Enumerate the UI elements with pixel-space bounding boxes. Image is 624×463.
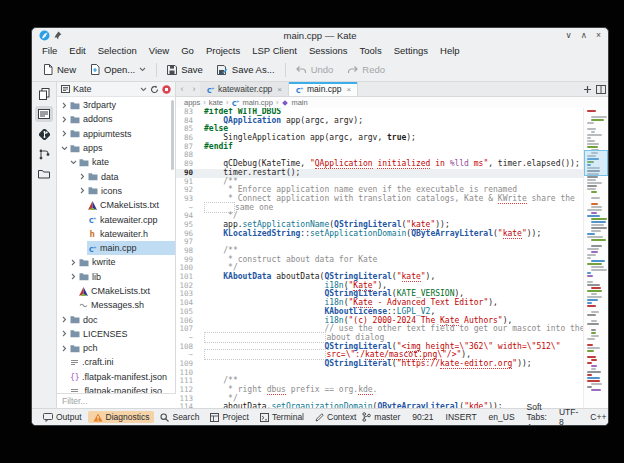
tree-item-craft-ini[interactable]: .craft.ini	[57, 355, 175, 369]
close-project-icon[interactable]	[162, 85, 171, 94]
menu-projects[interactable]: Projects	[200, 45, 246, 56]
menu-tools[interactable]: Tools	[354, 45, 388, 56]
tree-item-main-cpp[interactable]: c+main.cpp	[57, 241, 175, 255]
tree-item-doc[interactable]: doc	[57, 312, 175, 326]
save-as-button[interactable]: Save As...	[210, 62, 282, 77]
expander[interactable]	[60, 316, 69, 323]
tree-item-messages-sh[interactable]: Messages.sh	[57, 298, 175, 312]
statusbar-terminal-button[interactable]: Terminal	[255, 411, 309, 423]
tab-history-back-button[interactable]: ‹	[176, 82, 188, 96]
tree-item-appiumtests[interactable]: appiumtests	[57, 127, 175, 141]
statusbar-project-button[interactable]: Project	[205, 411, 253, 423]
menu-edit[interactable]: Edit	[63, 45, 91, 56]
menu-file[interactable]: File	[36, 45, 63, 56]
tree-item-icons[interactable]: icons	[57, 184, 175, 198]
tab-main-cpp[interactable]: c+main.cpp×	[289, 82, 358, 96]
expander[interactable]	[78, 187, 87, 194]
statusbar-input-mode[interactable]: INSERT	[446, 412, 477, 422]
tree-item-katewaiter-cpp[interactable]: c+katewaiter.cpp	[57, 212, 175, 226]
symbols-sidebar-button[interactable]	[35, 146, 53, 162]
tree-item-cmakelists-txt[interactable]: CMakeLists.txt	[57, 284, 175, 298]
split-view-button[interactable]	[594, 82, 608, 96]
reload-project-icon[interactable]	[150, 85, 159, 94]
minimize-button[interactable]: ∨	[566, 28, 572, 43]
statusbar-diagnostics-button[interactable]: Diagnostics	[88, 411, 155, 423]
code-token: * Connect application with translation c…	[204, 194, 498, 203]
expander[interactable]	[60, 116, 69, 123]
tree-item-pch[interactable]: pch	[57, 341, 175, 355]
statusbar-label: Diagnostics	[106, 412, 150, 422]
menu-sessions[interactable]: Sessions	[303, 45, 354, 56]
expander[interactable]	[69, 273, 78, 280]
breadcrumb-main-cpp[interactable]: c+main.cpp	[231, 98, 272, 107]
filter-input[interactable]	[57, 394, 178, 408]
new-button[interactable]: New	[36, 62, 83, 77]
expander[interactable]	[60, 345, 69, 352]
code-line[interactable]: 87#endif	[176, 143, 583, 152]
close-button[interactable]: ×	[596, 28, 601, 43]
minimap-scrollbar[interactable]	[583, 108, 608, 408]
breadcrumb-main[interactable]: main	[281, 98, 307, 107]
tree-item-cmakelists-txt[interactable]: CMakeLists.txt	[57, 198, 175, 212]
title-bar[interactable]: main.cpp — Kate ∨ ∧ ×	[32, 28, 608, 43]
expander[interactable]	[60, 330, 69, 337]
redo-button[interactable]: Redo	[340, 62, 392, 77]
filesystem-sidebar-button[interactable]	[35, 166, 53, 182]
code-line[interactable]: 109 QStringLiteral("https://kate-editor.…	[176, 360, 583, 369]
projects-sidebar-button[interactable]	[35, 106, 53, 122]
statusbar-search-button[interactable]: Search	[155, 411, 204, 423]
statusbar-git-branch[interactable]: master	[362, 412, 400, 422]
tree-item-3rdparty[interactable]: 3rdparty	[57, 98, 175, 112]
code-line[interactable]: 86 SingleApplication app(argc, argv, tru…	[176, 134, 583, 143]
expander[interactable]	[69, 160, 78, 165]
tree-item-licenses[interactable]: LICENSES	[57, 327, 175, 341]
statusbar-context-button[interactable]: Context	[310, 411, 361, 423]
menu-lsp-client[interactable]: LSP Client	[246, 45, 303, 56]
tree-item-apps[interactable]: apps	[57, 141, 175, 155]
tree-item-lib[interactable]: lib	[57, 270, 175, 284]
git-sidebar-button[interactable]	[35, 126, 53, 142]
expander[interactable]	[78, 173, 87, 180]
project-selector-chevron-icon[interactable]	[140, 87, 147, 92]
tree-item-kwrite[interactable]: kwrite	[57, 255, 175, 269]
expander[interactable]	[60, 102, 69, 109]
breadcrumb-apps[interactable]: apps	[184, 98, 200, 107]
maximize-button[interactable]: ∧	[581, 28, 587, 43]
undo-button[interactable]: Undo	[289, 62, 341, 77]
code-line[interactable]: 114 aboutData.setOrganizationDomain(QByt…	[176, 403, 583, 408]
new-tab-button[interactable]	[580, 82, 594, 96]
menu-selection[interactable]: Selection	[92, 45, 143, 56]
tree-scrollbar[interactable]	[171, 100, 174, 170]
expander[interactable]	[60, 130, 69, 137]
documents-sidebar-button[interactable]	[35, 86, 53, 102]
code-line[interactable]: 96 KLocalizedString::setApplicationDomai…	[176, 230, 583, 239]
tab-katewaiter-cpp[interactable]: c+katewaiter.cpp×	[200, 82, 289, 96]
tree-item-flatpak-manifest-jso[interactable]: .flatpak-manifest.jso	[57, 384, 175, 393]
tree-item-data[interactable]: data	[57, 169, 175, 183]
statusbar-cursor-position[interactable]: 90:21	[412, 412, 433, 422]
minimap-viewport[interactable]	[584, 150, 608, 176]
tree-item-kate[interactable]: kate	[57, 155, 175, 169]
breadcrumb-kate[interactable]: kate	[209, 98, 223, 107]
tab-history-forward-button[interactable]: ›	[188, 82, 200, 96]
close-tab-icon[interactable]: ×	[347, 85, 352, 94]
open-button[interactable]: Open...	[83, 62, 153, 77]
expander[interactable]	[69, 259, 78, 266]
statusbar-dictionary[interactable]: en_US	[489, 412, 515, 422]
code-editor[interactable]: 83#ifdef WITH_DBUS84 QApplication app(ar…	[176, 108, 608, 408]
statusbar-output-button[interactable]: Output	[38, 411, 87, 423]
expander[interactable]	[60, 146, 69, 151]
tree-item-katewaiter-h[interactable]: hkatewaiter.h	[57, 227, 175, 241]
statusbar-encoding[interactable]: UTF-8	[559, 407, 578, 426]
save-button[interactable]: Save	[160, 62, 210, 77]
menu-view[interactable]: View	[143, 45, 175, 56]
close-tab-icon[interactable]: ×	[277, 85, 282, 94]
tree-item-addons[interactable]: addons	[57, 112, 175, 126]
code-token: src=\":/	[326, 350, 365, 359]
menu-settings[interactable]: Settings	[388, 45, 434, 56]
statusbar-highlighting-mode[interactable]: C++	[590, 412, 606, 422]
tree-item-flatpak-manifest-json[interactable]: {}.flatpak-manifest.json	[57, 370, 175, 384]
menu-go[interactable]: Go	[175, 45, 200, 56]
menu-help[interactable]: Help	[434, 45, 466, 56]
code-line[interactable]: 84 QApplication app(argc, argv);	[176, 117, 583, 126]
